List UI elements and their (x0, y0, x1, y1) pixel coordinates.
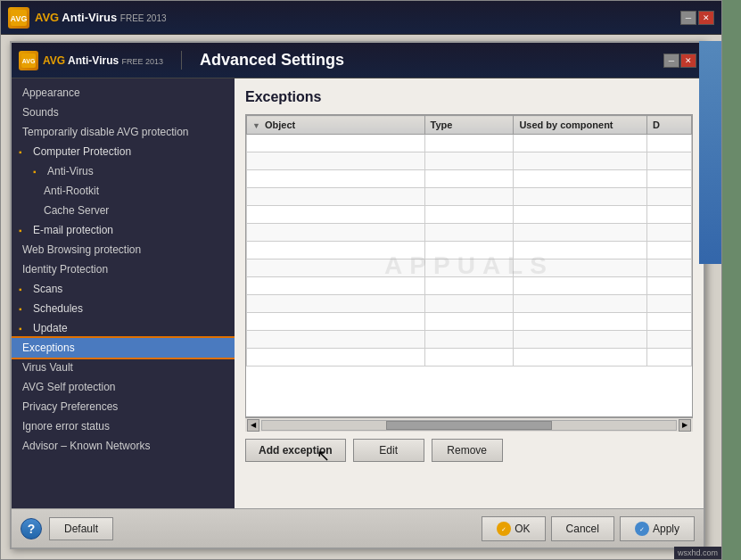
sidebar-item-email-protection[interactable]: ▪ E-mail protection (12, 220, 235, 240)
taskbar: AVG AVG Anti-Virus FREE 2013 ─ ✕ (1, 1, 721, 35)
table-row[interactable] (247, 224, 692, 242)
virus-vault-label: Virus Vault (22, 361, 73, 374)
exceptions-table-wrapper[interactable]: APPUALS ▼ Object Type (245, 114, 693, 417)
ignore-error-status-label: Ignore error status (22, 420, 110, 432)
sidebar-item-schedules[interactable]: ▪ Schedules (12, 299, 235, 318)
sounds-label: Sounds (22, 106, 59, 119)
schedules-expand-icon: ▪ (19, 304, 29, 314)
sidebar: Appearance Sounds Temporarily disable AV… (12, 78, 235, 508)
panel-title: Exceptions (245, 89, 693, 105)
edit-btn[interactable]: Edit (353, 439, 424, 462)
web-browsing-label: Web Browsing protection (22, 243, 141, 256)
col-used-by-label: Used by component (519, 119, 613, 130)
ok-btn[interactable]: ✓ OK (482, 516, 545, 541)
cache-server-label: Cache Server (44, 204, 109, 217)
sidebar-item-ignore-error-status[interactable]: Ignore error status (12, 416, 235, 436)
bottom-right-buttons: ✓ OK Cancel ✓ Apply (482, 516, 695, 541)
scroll-right-btn[interactable]: ▶ (679, 419, 691, 432)
app-win-controls: ─ ✕ (663, 54, 696, 68)
antivirus-text: Anti-Virus (62, 11, 120, 24)
privacy-preferences-label: Privacy Preferences (22, 400, 118, 413)
update-label: Update (33, 322, 68, 334)
sidebar-item-exceptions[interactable]: Exceptions (12, 338, 235, 358)
scroll-thumb[interactable] (386, 421, 552, 430)
col-header-d[interactable]: D (647, 116, 692, 135)
outer-window: AVG AVG Anti-Virus FREE 2013 ─ ✕ AVG (0, 0, 722, 560)
app-free-label: FREE 2013 (121, 57, 163, 66)
apply-icon: ✓ (635, 522, 649, 536)
app-section-title: Advanced Settings (181, 51, 344, 70)
bottom-bar: ? Default ✓ OK Cancel (12, 508, 704, 548)
avg-self-protection-label: AVG Self protection (22, 381, 116, 393)
col-object-label: Object (265, 119, 295, 130)
right-panel (699, 41, 721, 264)
col-header-object[interactable]: ▼ Object (247, 116, 425, 135)
table-row[interactable] (247, 349, 692, 366)
app-antivirus-label: Anti-Virus (68, 54, 121, 67)
sidebar-item-appearance[interactable]: Appearance (12, 83, 235, 103)
email-protection-label: E-mail protection (33, 224, 113, 236)
sidebar-item-scans[interactable]: ▪ Scans (12, 279, 235, 299)
apply-btn[interactable]: ✓ Apply (620, 516, 695, 541)
appearance-label: Appearance (22, 86, 80, 99)
svg-text:✓: ✓ (501, 526, 506, 532)
table-row[interactable] (247, 242, 692, 259)
taskbar-minimize-btn[interactable]: ─ (680, 11, 696, 25)
table-row[interactable] (247, 152, 692, 170)
cancel-label: Cancel (566, 523, 599, 535)
sidebar-item-temp-disable[interactable]: Temporarily disable AVG protection (12, 122, 235, 142)
sidebar-item-web-browsing[interactable]: Web Browsing protection (12, 240, 235, 259)
wsxhd-tag: wsxhd.com (674, 547, 721, 559)
scroll-left-btn[interactable]: ◀ (247, 419, 259, 432)
svg-text:✓: ✓ (639, 526, 645, 532)
sidebar-item-sounds[interactable]: Sounds (12, 103, 235, 122)
app-title-text: AVG Anti-Virus FREE 2013 (43, 54, 163, 67)
remove-btn[interactable]: Remove (432, 439, 503, 462)
ok-icon: ✓ (497, 522, 511, 536)
add-exception-btn[interactable]: Add exception (245, 439, 346, 462)
cancel-btn[interactable]: Cancel (551, 516, 614, 541)
table-row[interactable] (247, 188, 692, 206)
sidebar-item-cache-server[interactable]: Cache Server (12, 201, 235, 220)
app-avg-label: AVG (43, 54, 65, 67)
table-row[interactable] (247, 277, 692, 295)
anti-virus-expand-icon: ▪ (33, 167, 44, 177)
sidebar-item-update[interactable]: ▪ Update (12, 318, 235, 338)
sidebar-item-virus-vault[interactable]: Virus Vault (12, 358, 235, 377)
col-header-type[interactable]: Type (424, 116, 514, 135)
col-type-label: Type (431, 119, 453, 130)
sidebar-item-anti-virus[interactable]: ▪ Anti-Virus (12, 161, 235, 181)
table-row[interactable] (247, 295, 692, 313)
exceptions-table: ▼ Object Type Used by component (246, 115, 692, 366)
update-expand-icon: ▪ (19, 324, 29, 334)
table-row[interactable] (247, 259, 692, 277)
sidebar-item-computer-protection[interactable]: ▪ Computer Protection (12, 142, 235, 161)
table-row[interactable] (247, 170, 692, 188)
table-row[interactable] (247, 135, 692, 152)
scroll-track[interactable] (261, 420, 677, 431)
app-minimize-btn[interactable]: ─ (663, 54, 679, 68)
default-btn[interactable]: Default (49, 517, 113, 540)
computer-protection-expand-icon: ▪ (19, 147, 29, 157)
col-d-label: D (653, 119, 660, 130)
table-row[interactable] (247, 206, 692, 224)
sidebar-item-avg-self-protection[interactable]: AVG Self protection (12, 377, 235, 397)
sidebar-item-anti-rootkit[interactable]: Anti-Rootkit (12, 181, 235, 201)
col-header-used-by[interactable]: Used by component (514, 116, 647, 135)
main-panel: Exceptions APPUALS ▼ Object Type (235, 78, 704, 508)
content-area: Appearance Sounds Temporarily disable AV… (12, 78, 704, 508)
sidebar-item-advisor-known-networks[interactable]: Advisor – Known Networks (12, 436, 235, 456)
taskbar-close-btn[interactable]: ✕ (698, 11, 714, 25)
table-row[interactable] (247, 313, 692, 331)
taskbar-title: AVG Anti-Virus FREE 2013 (35, 11, 167, 24)
sort-arrow-icon: ▼ (252, 121, 260, 130)
sidebar-item-identity-protection[interactable]: Identity Protection (12, 259, 235, 279)
table-row[interactable] (247, 331, 692, 349)
help-btn[interactable]: ? (21, 518, 42, 539)
sidebar-item-privacy-preferences[interactable]: Privacy Preferences (12, 397, 235, 416)
app-close-btn[interactable]: ✕ (680, 54, 696, 68)
ok-label: OK (515, 523, 530, 535)
email-protection-expand-icon: ▪ (19, 226, 29, 235)
free-text: FREE 2013 (120, 13, 167, 23)
horizontal-scrollbar[interactable]: ◀ ▶ (245, 417, 693, 432)
